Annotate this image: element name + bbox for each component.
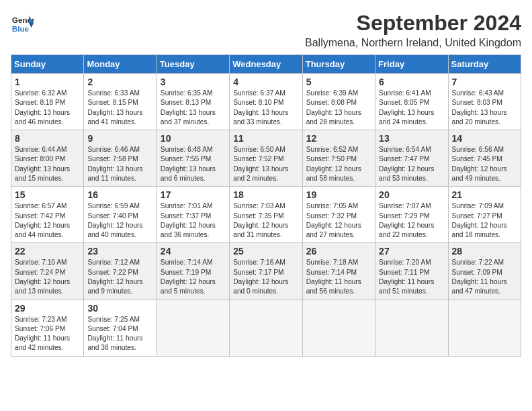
day-number: 10 — [161, 133, 226, 144]
calendar-cell: 9 Sunrise: 6:46 AMSunset: 7:58 PMDayligh… — [84, 130, 157, 187]
day-number: 4 — [233, 77, 298, 87]
calendar-cell: 15 Sunrise: 6:57 AMSunset: 7:42 PMDaylig… — [11, 187, 84, 243]
calendar-cell: 16 Sunrise: 6:59 AMSunset: 7:40 PMDaylig… — [84, 187, 157, 243]
calendar-cell — [302, 300, 375, 356]
calendar-cell: 14 Sunrise: 6:56 AMSunset: 7:45 PMDaylig… — [448, 130, 521, 187]
day-detail: Sunrise: 6:46 AMSunset: 7:58 PMDaylight:… — [87, 145, 152, 183]
calendar-cell: 30 Sunrise: 7:25 AMSunset: 7:04 PMDaylig… — [84, 300, 157, 356]
calendar-cell: 11 Sunrise: 6:50 AMSunset: 7:52 PMDaylig… — [230, 130, 302, 187]
day-detail: Sunrise: 6:37 AMSunset: 8:10 PMDaylight:… — [233, 89, 298, 127]
logo-icon: General Blue — [11, 11, 35, 35]
table-row: 1 Sunrise: 6:32 AMSunset: 8:18 PMDayligh… — [11, 74, 521, 130]
title-area: September 2024 Ballymena, Northern Irela… — [305, 11, 521, 49]
calendar-cell: 29 Sunrise: 7:23 AMSunset: 7:06 PMDaylig… — [11, 300, 84, 356]
header: General Blue September 2024 Ballymena, N… — [11, 11, 521, 49]
day-detail: Sunrise: 7:10 AMSunset: 7:24 PMDaylight:… — [15, 258, 80, 296]
svg-marker-3 — [29, 23, 34, 28]
col-monday: Monday — [84, 55, 157, 74]
day-detail: Sunrise: 6:44 AMSunset: 8:00 PMDaylight:… — [15, 145, 80, 183]
calendar-cell: 12 Sunrise: 6:52 AMSunset: 7:50 PMDaylig… — [302, 130, 375, 187]
day-number: 21 — [452, 189, 517, 200]
day-detail: Sunrise: 6:32 AMSunset: 8:18 PMDaylight:… — [15, 89, 80, 127]
day-number: 24 — [161, 246, 226, 257]
calendar-cell: 26 Sunrise: 7:18 AMSunset: 7:14 PMDaylig… — [302, 243, 375, 300]
col-wednesday: Wednesday — [230, 55, 302, 74]
day-detail: Sunrise: 6:59 AMSunset: 7:40 PMDaylight:… — [87, 201, 152, 240]
day-number: 18 — [233, 189, 298, 200]
day-detail: Sunrise: 7:25 AMSunset: 7:04 PMDaylight:… — [87, 315, 152, 353]
day-number: 7 — [452, 77, 517, 87]
day-number: 9 — [87, 133, 152, 144]
day-number: 20 — [379, 189, 444, 200]
day-detail: Sunrise: 7:01 AMSunset: 7:37 PMDaylight:… — [161, 201, 226, 240]
day-detail: Sunrise: 7:09 AMSunset: 7:27 PMDaylight:… — [452, 201, 517, 240]
day-detail: Sunrise: 7:23 AMSunset: 7:06 PMDaylight:… — [15, 315, 80, 353]
logo: General Blue — [11, 11, 35, 35]
day-number: 5 — [306, 77, 371, 87]
day-detail: Sunrise: 7:07 AMSunset: 7:29 PMDaylight:… — [379, 201, 444, 240]
day-number: 11 — [233, 133, 298, 144]
calendar-cell: 7 Sunrise: 6:43 AMSunset: 8:03 PMDayligh… — [448, 74, 521, 130]
calendar-cell: 10 Sunrise: 6:48 AMSunset: 7:55 PMDaylig… — [157, 130, 229, 187]
calendar-cell: 4 Sunrise: 6:37 AMSunset: 8:10 PMDayligh… — [230, 74, 302, 130]
day-detail: Sunrise: 6:56 AMSunset: 7:45 PMDaylight:… — [452, 145, 517, 183]
day-number: 16 — [87, 189, 152, 200]
calendar-cell: 20 Sunrise: 7:07 AMSunset: 7:29 PMDaylig… — [375, 187, 448, 243]
calendar-cell: 18 Sunrise: 7:03 AMSunset: 7:35 PMDaylig… — [230, 187, 302, 243]
day-number: 22 — [15, 246, 80, 257]
day-number: 8 — [15, 133, 80, 144]
day-number: 29 — [15, 303, 80, 314]
table-row: 8 Sunrise: 6:44 AMSunset: 8:00 PMDayligh… — [11, 130, 521, 187]
calendar-cell: 21 Sunrise: 7:09 AMSunset: 7:27 PMDaylig… — [448, 187, 521, 243]
calendar-cell — [448, 300, 521, 356]
table-row: 15 Sunrise: 6:57 AMSunset: 7:42 PMDaylig… — [11, 187, 521, 243]
day-number: 1 — [15, 77, 80, 87]
calendar-cell: 23 Sunrise: 7:12 AMSunset: 7:22 PMDaylig… — [84, 243, 157, 300]
calendar-cell: 17 Sunrise: 7:01 AMSunset: 7:37 PMDaylig… — [157, 187, 229, 243]
day-number: 30 — [87, 303, 152, 314]
calendar-cell: 2 Sunrise: 6:33 AMSunset: 8:15 PMDayligh… — [84, 74, 157, 130]
calendar-cell: 3 Sunrise: 6:35 AMSunset: 8:13 PMDayligh… — [157, 74, 229, 130]
day-detail: Sunrise: 7:18 AMSunset: 7:14 PMDaylight:… — [306, 258, 371, 296]
col-thursday: Thursday — [302, 55, 375, 74]
day-number: 3 — [161, 77, 226, 87]
calendar-cell — [157, 300, 229, 356]
day-number: 23 — [87, 246, 152, 257]
calendar-cell: 13 Sunrise: 6:54 AMSunset: 7:47 PMDaylig… — [375, 130, 448, 187]
col-saturday: Saturday — [448, 55, 521, 74]
day-number: 19 — [306, 189, 371, 200]
calendar-cell: 22 Sunrise: 7:10 AMSunset: 7:24 PMDaylig… — [11, 243, 84, 300]
day-detail: Sunrise: 6:43 AMSunset: 8:03 PMDaylight:… — [452, 89, 517, 127]
day-number: 6 — [379, 77, 444, 87]
day-detail: Sunrise: 7:20 AMSunset: 7:11 PMDaylight:… — [379, 258, 444, 296]
table-row: 22 Sunrise: 7:10 AMSunset: 7:24 PMDaylig… — [11, 243, 521, 300]
col-sunday: Sunday — [11, 55, 84, 74]
day-detail: Sunrise: 6:48 AMSunset: 7:55 PMDaylight:… — [161, 145, 226, 183]
calendar-cell: 25 Sunrise: 7:16 AMSunset: 7:17 PMDaylig… — [230, 243, 302, 300]
col-tuesday: Tuesday — [157, 55, 229, 74]
day-detail: Sunrise: 6:41 AMSunset: 8:05 PMDaylight:… — [379, 89, 444, 127]
calendar-table: Sunday Monday Tuesday Wednesday Thursday… — [11, 54, 521, 357]
day-number: 17 — [161, 189, 226, 200]
day-detail: Sunrise: 6:35 AMSunset: 8:13 PMDaylight:… — [161, 89, 226, 127]
calendar-cell: 27 Sunrise: 7:20 AMSunset: 7:11 PMDaylig… — [375, 243, 448, 300]
day-number: 26 — [306, 246, 371, 257]
calendar-cell: 8 Sunrise: 6:44 AMSunset: 8:00 PMDayligh… — [11, 130, 84, 187]
day-number: 12 — [306, 133, 371, 144]
calendar-cell: 6 Sunrise: 6:41 AMSunset: 8:05 PMDayligh… — [375, 74, 448, 130]
location-title: Ballymena, Northern Ireland, United King… — [305, 37, 521, 49]
day-detail: Sunrise: 7:22 AMSunset: 7:09 PMDaylight:… — [452, 258, 517, 296]
calendar-cell: 19 Sunrise: 7:05 AMSunset: 7:32 PMDaylig… — [302, 187, 375, 243]
day-detail: Sunrise: 7:03 AMSunset: 7:35 PMDaylight:… — [233, 201, 298, 240]
calendar-cell: 5 Sunrise: 6:39 AMSunset: 8:08 PMDayligh… — [302, 74, 375, 130]
calendar-cell: 24 Sunrise: 7:14 AMSunset: 7:19 PMDaylig… — [157, 243, 229, 300]
calendar-cell: 28 Sunrise: 7:22 AMSunset: 7:09 PMDaylig… — [448, 243, 521, 300]
day-detail: Sunrise: 7:05 AMSunset: 7:32 PMDaylight:… — [306, 201, 371, 240]
day-detail: Sunrise: 6:50 AMSunset: 7:52 PMDaylight:… — [233, 145, 298, 183]
calendar-cell — [230, 300, 302, 356]
calendar-cell: 1 Sunrise: 6:32 AMSunset: 8:18 PMDayligh… — [11, 74, 84, 130]
day-detail: Sunrise: 6:52 AMSunset: 7:50 PMDaylight:… — [306, 145, 371, 183]
day-detail: Sunrise: 7:14 AMSunset: 7:19 PMDaylight:… — [161, 258, 226, 296]
table-row: 29 Sunrise: 7:23 AMSunset: 7:06 PMDaylig… — [11, 300, 521, 356]
day-detail: Sunrise: 6:54 AMSunset: 7:47 PMDaylight:… — [379, 145, 444, 183]
